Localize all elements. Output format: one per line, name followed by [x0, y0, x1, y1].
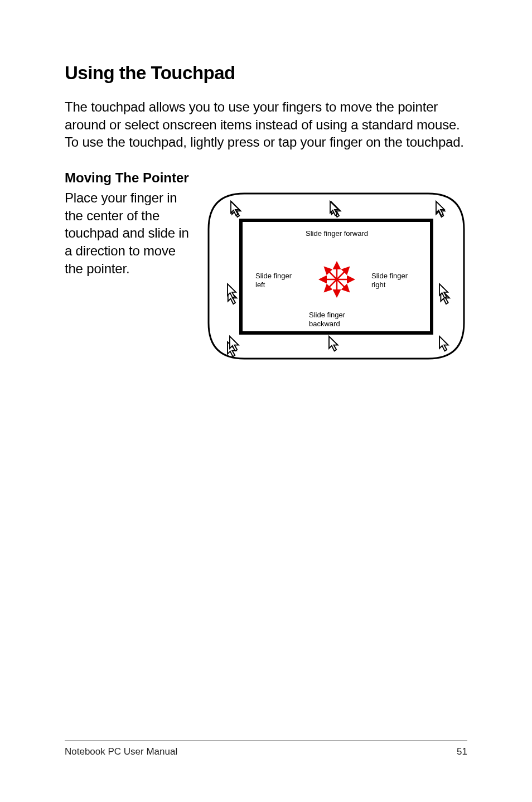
direction-star-icon: [321, 264, 352, 295]
label-forward: Slide finger forward: [306, 229, 368, 238]
footer-page-number: 51: [457, 746, 467, 757]
svg-line-9: [337, 279, 348, 291]
label-back-1: Slide finger: [309, 311, 346, 319]
page-footer: Notebook PC User Manual 51: [65, 740, 467, 757]
label-right-1: Slide finger: [371, 272, 408, 280]
svg-line-8: [326, 279, 337, 291]
label-back-2: backward: [309, 320, 340, 328]
label-right-2: right: [371, 281, 386, 289]
touchpad-svg: Slide finger forward Slide finger left S…: [205, 190, 467, 362]
footer-left: Notebook PC User Manual: [65, 746, 177, 757]
svg-line-7: [337, 268, 348, 279]
intro-paragraph: The touchpad allows you to use your fing…: [65, 98, 467, 151]
section-subtitle: Moving The Pointer: [65, 170, 467, 186]
page-title: Using the Touchpad: [65, 62, 467, 84]
label-left-2: left: [255, 281, 265, 289]
touchpad-diagram: Slide finger forward Slide finger left S…: [205, 189, 467, 364]
svg-line-6: [326, 268, 337, 279]
label-left-1: Slide finger: [255, 272, 292, 280]
body-paragraph: Place your finger in the center of the t…: [65, 189, 190, 364]
